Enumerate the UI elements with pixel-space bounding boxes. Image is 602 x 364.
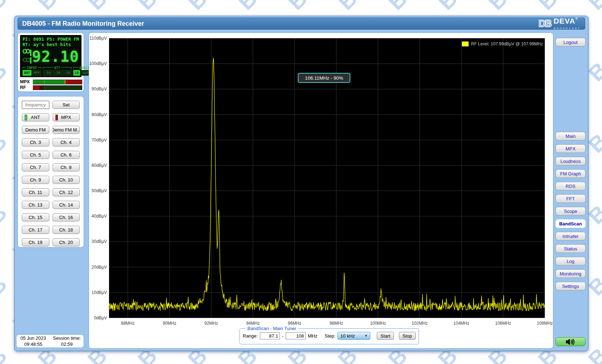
range-from-input[interactable] bbox=[260, 332, 280, 339]
nav-monitoring[interactable]: Monitoring bbox=[556, 269, 586, 278]
meter-segment bbox=[59, 86, 60, 90]
meter-segment bbox=[39, 80, 39, 84]
logo-name: DEVA® bbox=[554, 17, 578, 25]
meter-segment bbox=[77, 86, 78, 90]
stereo-indicator-icon bbox=[23, 48, 29, 65]
rf-meter-row: RF bbox=[20, 85, 82, 90]
meter-segment bbox=[69, 80, 70, 84]
preset-button-13[interactable]: Ch. 13 bbox=[22, 201, 49, 209]
meter-segment bbox=[38, 86, 38, 90]
meter-segment bbox=[64, 86, 64, 90]
nav-bandscan[interactable]: BandScan bbox=[556, 219, 586, 228]
preset-button-17[interactable]: Ch. 17 bbox=[22, 226, 49, 234]
preset-button-19[interactable]: Ch. 19 bbox=[22, 238, 49, 246]
start-button[interactable]: Start bbox=[377, 332, 394, 340]
rf-meter-label: RF bbox=[20, 85, 33, 90]
meter-segment bbox=[67, 86, 68, 90]
ant-button[interactable]: ANT bbox=[22, 113, 49, 121]
preset-button-2[interactable]: Demo FM M... bbox=[53, 126, 80, 134]
preset-button-4[interactable]: Ch. 4 bbox=[53, 138, 80, 146]
meter-segment bbox=[38, 80, 38, 84]
preset-button-14[interactable]: Ch. 14 bbox=[53, 201, 80, 209]
logout-button[interactable]: Logout bbox=[556, 38, 586, 46]
x-axis-tick: 88MHz bbox=[116, 321, 139, 326]
speaker-button[interactable] bbox=[556, 337, 586, 346]
preset-button-12[interactable]: Ch. 12 bbox=[53, 188, 80, 196]
meter-segment bbox=[58, 86, 59, 90]
meter-segment bbox=[66, 86, 66, 90]
y-axis-tick: 20dBµV bbox=[89, 265, 107, 270]
nav-intruder[interactable]: Intruder bbox=[556, 232, 586, 240]
deva-logo: DB DEVA® BROADCAST bbox=[539, 17, 581, 30]
meter-segment bbox=[41, 80, 41, 84]
range-to-input[interactable] bbox=[286, 332, 306, 339]
preset-button-11[interactable]: Ch. 11 bbox=[22, 188, 49, 196]
indicator-group-label: ATT bbox=[43, 66, 71, 70]
x-axis-tick: 108MHz bbox=[533, 321, 556, 326]
meter-segment bbox=[48, 86, 48, 90]
preset-button-16[interactable]: Ch. 16 bbox=[53, 213, 80, 221]
nav-mpx[interactable]: MPX bbox=[556, 144, 586, 153]
nav-settings[interactable]: Settings bbox=[556, 282, 586, 290]
preset-button-18[interactable]: Ch. 18 bbox=[53, 226, 80, 234]
meter-segment bbox=[45, 80, 46, 84]
meter-segment bbox=[71, 86, 72, 90]
stop-button[interactable]: Stop bbox=[399, 332, 416, 340]
preset-button-15[interactable]: Ch. 15 bbox=[22, 213, 49, 221]
watermark-logo-icon: B bbox=[0, 273, 11, 300]
meter-segment bbox=[40, 80, 40, 84]
mpx-meter-bar bbox=[33, 80, 82, 84]
meter-segment bbox=[33, 80, 34, 84]
watermark-logo-icon: B bbox=[0, 58, 11, 85]
nav-rds[interactable]: RDS bbox=[556, 182, 586, 190]
watermark-logo-icon: B bbox=[0, 201, 11, 228]
session-time: 02:59 bbox=[61, 341, 73, 347]
y-axis-tick: 10dBµV bbox=[89, 290, 107, 295]
nav-log[interactable]: Log bbox=[556, 257, 586, 265]
preset-button-6[interactable]: Ch. 6 bbox=[53, 151, 80, 159]
chart-legend: RF Level: 107.99dBµV @ 107.99MHz bbox=[462, 41, 543, 46]
ps-value: POWER FM bbox=[58, 36, 79, 42]
meter-segment bbox=[65, 80, 65, 84]
x-axis-tick: 98MHz bbox=[325, 321, 348, 326]
meter-segment bbox=[55, 86, 56, 90]
step-label: Step: bbox=[325, 333, 335, 339]
mpx-meter-label: MPX bbox=[20, 79, 33, 84]
set-button[interactable]: Set bbox=[53, 101, 80, 109]
preset-button-9[interactable]: Ch. 9 bbox=[22, 176, 49, 184]
meter-segment bbox=[80, 86, 81, 90]
preset-button-3[interactable]: Ch. 3 bbox=[22, 138, 49, 146]
preset-button-5[interactable]: Ch. 5 bbox=[22, 151, 49, 159]
nav-loudness[interactable]: Loudness bbox=[556, 157, 586, 165]
preset-button-8[interactable]: Ch. 8 bbox=[53, 163, 80, 171]
meter-segment bbox=[75, 86, 75, 90]
step-select[interactable]: 10 kHz ▼ bbox=[337, 332, 370, 340]
mpx-button[interactable]: MPX bbox=[53, 113, 80, 121]
y-axis-tick: 50dBµV bbox=[89, 188, 107, 193]
preset-button-7[interactable]: Ch. 7 bbox=[22, 163, 49, 171]
datetime-panel: 05 Jun 202309:48:55 Session time:02:59 bbox=[16, 334, 84, 348]
nav-fm-graph[interactable]: FM Graph bbox=[556, 169, 586, 178]
legend-text: RF Level: 107.99dBµV @ 107.99MHz bbox=[471, 41, 543, 46]
meter-segment bbox=[44, 80, 45, 84]
nav-status[interactable]: Status bbox=[556, 244, 586, 253]
preset-button-20[interactable]: Ch. 20 bbox=[53, 238, 80, 246]
range-unit: MHz bbox=[308, 333, 317, 339]
meter-segment bbox=[73, 86, 73, 90]
meter-segment bbox=[61, 86, 62, 90]
watermark-logo-icon: B bbox=[134, 0, 161, 14]
nav-main[interactable]: Main bbox=[556, 132, 586, 140]
meter-segment bbox=[51, 86, 51, 90]
nav-fft[interactable]: FFT bbox=[556, 194, 586, 203]
preset-button-10[interactable]: Ch. 10 bbox=[53, 176, 80, 184]
frequency-input[interactable] bbox=[22, 101, 49, 109]
watermark-logo-icon: B bbox=[434, 0, 462, 14]
chevron-down-icon: ▼ bbox=[364, 334, 367, 338]
legend-swatch-icon bbox=[462, 41, 469, 46]
x-axis-tick: 106MHz bbox=[492, 321, 514, 326]
preset-button-1[interactable]: Demo FM bbox=[22, 126, 49, 134]
x-axis-tick: 92MHz bbox=[200, 321, 223, 326]
nav-scope[interactable]: Scope bbox=[556, 207, 586, 215]
meter-segment bbox=[35, 80, 36, 84]
spectrum-plot[interactable]: RF Level: 107.99dBµV @ 107.99MHz 106.11M… bbox=[109, 38, 545, 318]
